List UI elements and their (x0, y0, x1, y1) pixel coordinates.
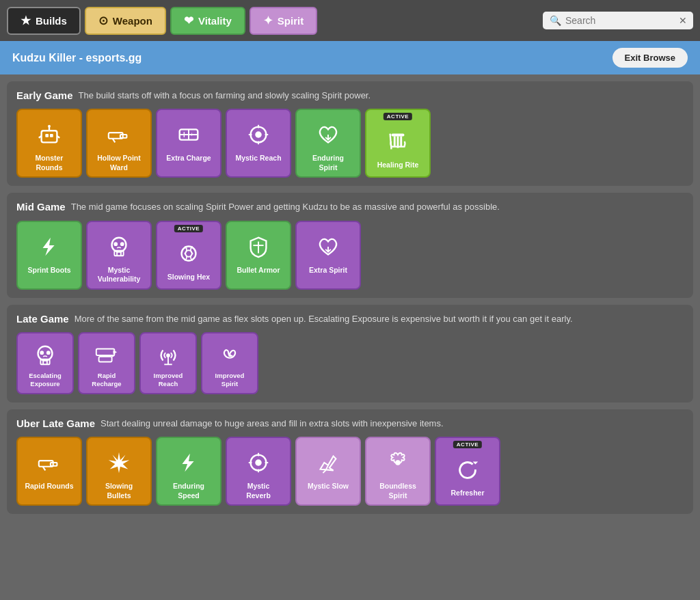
item-name: Extra Spirit (309, 266, 347, 275)
svg-rect-1 (45, 134, 49, 137)
tab-spirit-label: Spirit (278, 15, 304, 27)
item-card-rapid-rounds[interactable]: Rapid Rounds (16, 437, 82, 506)
tab-builds[interactable]: ★ Builds (7, 7, 81, 35)
item-name: Hollow Point Ward (97, 154, 141, 172)
item-card-bullet-armor[interactable]: Bullet Armor (226, 221, 291, 290)
items-row: Escalating ExposureRapid RechargeImprove… (16, 332, 684, 394)
item-name: Mystic Slow (308, 482, 349, 491)
active-badge: ACTIVE (453, 441, 482, 448)
item-card-refresher[interactable]: ACTIVERefresher (435, 437, 500, 506)
svg-rect-43 (99, 357, 112, 362)
section-desc: More of the same from the mid game as fl… (75, 313, 573, 325)
exit-browse-button[interactable]: Exit Browse (612, 48, 688, 68)
item-name: Escalating Exposure (29, 372, 62, 389)
active-badge: ACTIVE (174, 225, 203, 232)
svg-marker-59 (473, 462, 479, 465)
sections-container: Early GameThe build starts off with a fo… (0, 74, 700, 521)
item-name: Refresher (450, 489, 484, 498)
item-card-boundless-spirit[interactable]: Boundless Spirit (365, 437, 431, 506)
tab-weapon[interactable]: ⊙ Weapon (85, 7, 166, 35)
item-name: Slowing Bullets (105, 482, 133, 500)
section-header: Uber Late GameStart dealing unreal damag… (16, 418, 684, 430)
item-card-slowing-bullets[interactable]: Slowing Bullets (86, 437, 152, 506)
item-icon (31, 342, 59, 369)
svg-point-41 (46, 351, 51, 355)
item-icon (242, 118, 275, 151)
item-icon: + (172, 118, 205, 151)
weapon-icon: ⊙ (98, 14, 108, 28)
top-nav: ★ Builds ⊙ Weapon ❤ Vitality ✦ Spirit 🔍 … (0, 0, 700, 41)
close-icon[interactable]: ✕ (679, 15, 687, 26)
item-icon (172, 237, 205, 270)
tab-vitality[interactable]: ❤ Vitality (170, 7, 245, 35)
item-card-slowing-hex[interactable]: ACTIVESlowing Hex (156, 221, 221, 290)
item-card-escalating-exposure[interactable]: Escalating Exposure (16, 332, 74, 394)
item-card-monster-rounds[interactable]: Monster Rounds (16, 109, 82, 178)
item-name: Mystic Reverb (246, 482, 271, 500)
item-card-improved-reach[interactable]: Improved Reach (139, 332, 197, 394)
item-card-improved-spirit[interactable]: Improved Spirit (201, 332, 258, 394)
item-icon (33, 446, 66, 479)
item-icon (216, 342, 243, 369)
active-badge: ACTIVE (383, 113, 412, 120)
tab-weapon-label: Weapon (113, 15, 152, 27)
item-icon (103, 230, 135, 263)
item-card-extra-charge[interactable]: +Extra Charge (156, 109, 221, 178)
item-icon (33, 230, 66, 263)
title-bar: Kudzu Killer - esports.gg Exit Browse (0, 41, 700, 74)
vitality-icon: ❤ (184, 14, 193, 28)
section-label: Late Game (16, 313, 69, 325)
item-name: Mystic Reach (235, 154, 281, 163)
item-icon (242, 446, 275, 479)
svg-point-4 (48, 125, 51, 128)
search-input[interactable] (565, 15, 675, 26)
item-name: Sprint Boots (28, 266, 71, 275)
item-icon (381, 125, 414, 158)
items-row: Rapid RoundsSlowing BulletsEnduring Spee… (16, 437, 684, 506)
item-name: Improved Spirit (206, 372, 253, 389)
section-desc: The mid game focuses on scaling Spirit P… (71, 201, 500, 213)
item-card-mystic-reverb[interactable]: Mystic Reverb (226, 437, 291, 506)
item-icon (154, 342, 182, 369)
tab-vitality-label: Vitality (198, 15, 232, 27)
item-card-enduring-spirit[interactable]: Enduring Spirit (295, 109, 361, 178)
spirit-icon: ✦ (263, 14, 273, 28)
item-name: Mystic Vulnerability (98, 266, 141, 284)
item-card-mystic-reach[interactable]: Mystic Reach (226, 109, 291, 178)
item-card-extra-spirit[interactable]: Extra Spirit (295, 221, 361, 290)
search-bar: 🔍 ✕ (543, 12, 693, 29)
svg-rect-2 (50, 134, 53, 137)
item-name: Rapid Rounds (25, 482, 73, 491)
items-row: Monster RoundsHollow Point Ward+Extra Ch… (16, 109, 684, 178)
item-card-enduring-speed[interactable]: Enduring Speed (156, 437, 221, 506)
svg-point-30 (113, 242, 118, 246)
section-header: Early GameThe build starts off with a fo… (16, 90, 684, 102)
item-card-mystic-slow[interactable]: Mystic Slow (295, 437, 361, 506)
section-uber-late-game: Uber Late GameStart dealing unreal damag… (7, 409, 693, 514)
section-mid-game: Mid GameThe mid game focuses on scaling … (7, 193, 693, 297)
build-title: Kudzu Killer - esports.gg (12, 52, 142, 64)
svg-point-48 (228, 354, 231, 357)
item-icon (381, 446, 414, 479)
item-icon (312, 230, 345, 263)
item-name: Enduring Speed (173, 482, 204, 500)
item-name: Rapid Recharge (83, 372, 130, 389)
svg-rect-42 (96, 349, 115, 356)
section-early-game: Early GameThe build starts off with a fo… (7, 81, 693, 186)
item-card-hollow-point-ward[interactable]: Hollow Point Ward (86, 109, 152, 178)
section-desc: The build starts off with a focus on far… (79, 90, 371, 102)
item-card-sprint-boots[interactable]: Sprint Boots (16, 221, 82, 290)
item-card-healing-rite[interactable]: ACTIVEHealing Rite (365, 109, 431, 178)
item-card-mystic-vulnerability[interactable]: Mystic Vulnerability (86, 221, 152, 290)
tab-spirit[interactable]: ✦ Spirit (250, 7, 317, 35)
search-icon: 🔍 (550, 15, 561, 26)
svg-text:+: + (190, 131, 193, 138)
item-icon (103, 118, 135, 151)
section-label: Early Game (16, 90, 73, 101)
svg-point-32 (182, 246, 196, 260)
item-card-rapid-recharge[interactable]: Rapid Recharge (78, 332, 135, 394)
item-name: Extra Charge (166, 154, 211, 163)
item-icon (312, 446, 345, 479)
svg-line-25 (390, 134, 392, 150)
svg-point-31 (120, 242, 124, 246)
